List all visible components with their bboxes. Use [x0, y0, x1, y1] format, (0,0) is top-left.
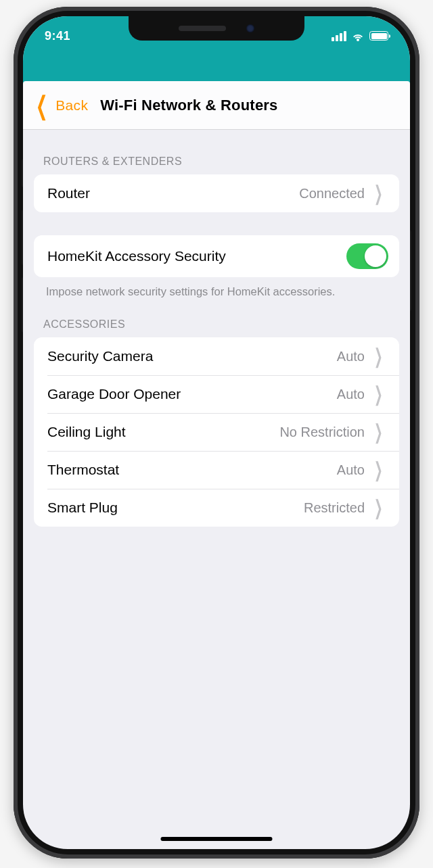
section-header-routers: ROUTERS & EXTENDERS: [34, 130, 399, 174]
status-time: 9:41: [45, 25, 70, 43]
page-title: Wi-Fi Network & Routers: [88, 97, 410, 114]
back-label: Back: [55, 97, 88, 114]
row-value: Auto: [337, 462, 365, 478]
status-indicators: [332, 27, 388, 41]
security-toggle[interactable]: [346, 243, 388, 269]
screen: 9:41 ❮ Back Wi-Fi Network & Routers ROUT…: [23, 16, 410, 849]
row-accessory-thermostat[interactable]: Thermostat Auto ❯: [34, 451, 399, 489]
chevron-right-icon: ❯: [371, 183, 383, 203]
scroll-content[interactable]: ROUTERS & EXTENDERS Router Connected ❯ H…: [23, 130, 410, 849]
navigation-bar: ❮ Back Wi-Fi Network & Routers: [23, 81, 410, 130]
row-value: Auto: [337, 349, 365, 364]
wifi-icon: [351, 31, 365, 41]
group-security: HomeKit Accessory Security: [34, 235, 399, 277]
notch: [129, 16, 304, 41]
battery-icon: [369, 31, 388, 41]
row-label: Ceiling Light: [47, 424, 279, 440]
speaker-grill: [179, 26, 226, 31]
chevron-right-icon: ❯: [371, 346, 383, 366]
group-accessories: Security Camera Auto ❯ Garage Door Opene…: [34, 337, 399, 527]
row-accessory-smart-plug[interactable]: Smart Plug Restricted ❯: [34, 489, 399, 527]
chevron-right-icon: ❯: [371, 384, 383, 404]
row-label: Smart Plug: [47, 500, 304, 516]
back-button[interactable]: ❮ Back: [23, 93, 88, 118]
security-footer-note: Impose network security settings for Hom…: [34, 277, 399, 299]
cellular-icon: [332, 31, 346, 41]
home-indicator[interactable]: [161, 837, 273, 841]
row-value: Connected: [299, 186, 365, 201]
chevron-left-icon: ❮: [36, 93, 48, 118]
row-accessory-ceiling-light[interactable]: Ceiling Light No Restriction ❯: [34, 413, 399, 451]
row-accessory-security-camera[interactable]: Security Camera Auto ❯: [34, 337, 399, 375]
device-frame: 9:41 ❮ Back Wi-Fi Network & Routers ROUT…: [14, 7, 419, 859]
chevron-right-icon: ❯: [371, 422, 383, 442]
row-label: Security Camera: [47, 348, 337, 364]
row-value: Auto: [337, 387, 365, 402]
chevron-right-icon: ❯: [371, 460, 383, 480]
row-homekit-security[interactable]: HomeKit Accessory Security: [34, 235, 399, 277]
group-routers: Router Connected ❯: [34, 174, 399, 212]
row-value: Restricted: [304, 500, 365, 516]
chevron-right-icon: ❯: [371, 498, 383, 518]
toggle-knob: [365, 245, 386, 267]
row-accessory-garage-door[interactable]: Garage Door Opener Auto ❯: [34, 375, 399, 413]
row-label: HomeKit Accessory Security: [47, 248, 346, 264]
row-label: Thermostat: [47, 462, 337, 478]
front-camera: [246, 24, 254, 32]
row-label: Router: [47, 185, 299, 201]
row-value: No Restriction: [279, 425, 365, 440]
spacer: [34, 212, 399, 235]
row-label: Garage Door Opener: [47, 386, 337, 402]
section-header-accessories: ACCESSORIES: [34, 299, 399, 337]
row-router[interactable]: Router Connected ❯: [34, 174, 399, 212]
